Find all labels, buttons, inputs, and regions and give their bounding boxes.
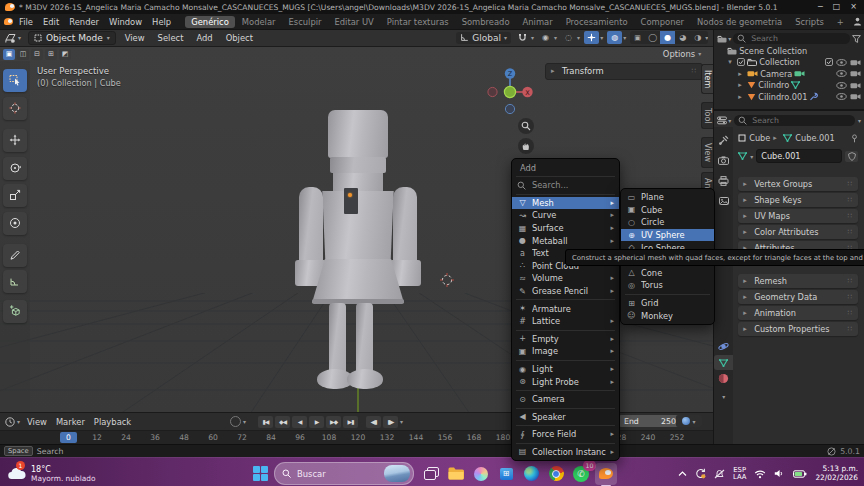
add-menu-item-volume[interactable]: ≈Volume▸ [512,272,619,285]
wifi-icon[interactable] [754,469,766,479]
mesh-item-torus[interactable]: ◎Torus [621,279,714,292]
menu-help[interactable]: Help [147,17,176,27]
outliner-item-label[interactable]: Camera [760,69,792,79]
playback-play-reverse[interactable]: ◀ [292,416,307,428]
properties-tab-physics[interactable] [714,339,733,354]
mesh-item-uv-sphere[interactable]: ⊕UV Sphere [621,229,714,242]
mesh-item-plane[interactable]: ▭Plane [621,191,714,204]
outliner-display-mode-dropdown[interactable]: ▾ [717,35,731,43]
show-gizmo-toggle[interactable] [584,31,599,44]
expander-icon[interactable]: ▾ [728,58,735,66]
restrict-camera-icon[interactable] [850,93,861,100]
playback-jump-start[interactable]: ▮◀ [258,416,273,428]
zoom-icon[interactable] [518,118,534,134]
workspace-tab-procesamiento[interactable]: Procesamiento [560,16,634,28]
panel-uv-maps[interactable]: ▸UV Maps∷ [738,209,858,223]
taskbar-app-store[interactable]: ⊞ [495,463,517,485]
tray-chevron-up-icon[interactable] [678,470,687,477]
shading-rendered[interactable]: ◑ [690,31,705,44]
panel-custom-properties[interactable]: ▸Custom Properties∷ [738,322,858,336]
mesh-item-cube[interactable]: ▣Cube [621,204,714,217]
battery-icon[interactable] [793,470,807,478]
panel-vertex-groups[interactable]: ▸Vertex Groups∷ [738,177,858,191]
add-menu-item-grease-pencil[interactable]: ✎Grease Pencil▸ [512,285,619,298]
taskbar-app-copilot[interactable] [470,463,492,485]
toggle-xray[interactable]: ▣ [630,31,645,44]
workspace-tab-editar-uv[interactable]: Editar UV [329,16,380,28]
expander-icon[interactable]: ▸ [743,277,750,285]
minimize-button[interactable]: ─ [818,0,823,14]
tool-select-box[interactable] [3,69,27,92]
add-menu-item-armature[interactable]: ✶Armature [512,302,619,315]
maximize-button[interactable]: □ [833,0,841,14]
tool-rotate[interactable] [3,157,27,180]
sidebar-tab-view[interactable]: View [701,137,713,168]
timeline-menu-marker[interactable]: Marker [56,417,85,427]
panel-remesh[interactable]: ▸Remesh∷ [738,274,858,288]
restrict-eye-icon[interactable] [836,59,847,66]
expander-icon[interactable]: ▸ [743,196,750,204]
tool-scale[interactable] [3,184,27,207]
proportional-editing-toggle[interactable]: ◉ [538,31,553,44]
add-menu-item-light-probe[interactable]: ⊛Light Probe▸ [512,375,619,388]
search-highlight-thumbnail[interactable] [384,465,410,482]
taskbar-search-input[interactable] [295,468,380,480]
playback-sync-dropdown[interactable]: ▾ [676,415,702,427]
outliner-search[interactable] [733,33,850,44]
add-menu-item-metaball[interactable]: ●Metaball▸ [512,234,619,247]
taskbar-app-blender[interactable] [595,463,617,485]
taskbar-app-task-view[interactable] [420,463,442,485]
outliner-item-label[interactable]: Collection [759,57,800,67]
taskbar-app-edge[interactable] [520,463,542,485]
panel-geometry-data[interactable]: ▸Geometry Data∷ [738,290,858,304]
close-button[interactable]: × [850,0,857,14]
fake-user-button[interactable] [845,151,858,162]
select-mode-set[interactable]: ▣ [3,49,15,60]
restrict-eye-icon[interactable] [836,70,847,77]
app-menu-icon[interactable] [4,18,13,25]
properties-tab-material[interactable] [714,371,733,386]
menu-edit[interactable]: Edit [38,17,64,27]
workspace-tab-scripts[interactable]: Scripts [789,16,830,28]
transform-panel-header[interactable]: ▸ Transform ∷ [545,63,703,80]
mesh-item-monkey[interactable]: ☺Monkey [621,309,714,322]
viewport-menu-add[interactable]: Add [194,33,214,43]
restrict-checkbox-icon[interactable] [825,58,833,66]
workspace-tab-sombreado[interactable]: Sombreado [456,16,516,28]
properties-tab-scroll-down[interactable]: ▾ [714,389,733,404]
outliner-search-input[interactable] [749,33,846,44]
add-menu-item-surface[interactable]: ▦Surface▸ [512,222,619,235]
workspace-tab-componer[interactable]: Componer [635,16,690,28]
cursor-3d[interactable] [440,273,454,287]
properties-editor-type-dropdown[interactable]: ▾ [717,116,731,125]
menu-window[interactable]: Window [104,17,147,27]
outliner-item-label[interactable]: Cilindro [758,80,789,90]
restrict-camera-icon[interactable] [850,82,861,89]
workspace-tab-gen-rico[interactable]: Genérico [185,16,235,28]
tool-measure[interactable] [3,270,27,293]
collection-checkbox[interactable] [737,58,745,66]
taskbar-search[interactable] [274,462,414,485]
expander-icon[interactable]: ▸ [738,70,745,78]
add-menu-item-force-field[interactable]: ∮Force Field▸ [512,428,619,441]
object-type-visibility-dropdown[interactable]: ◌ [561,31,576,44]
workspace-tab-[interactable]: + [831,16,850,28]
taskbar-app-whatsapp[interactable]: ✆10 [570,463,592,485]
outliner-row-cilindro[interactable]: ▸Cilindro [714,80,864,92]
shading-wireframe[interactable]: ◯ [645,31,660,44]
snap-toggle[interactable] [515,31,530,44]
sidebar-tab-item[interactable]: Item [701,64,713,94]
sidebar-tab-tool[interactable]: Tool [701,102,713,130]
tool-add-cube[interactable] [3,300,27,323]
breadcrumb-data[interactable]: Cube.001 [795,133,834,143]
start-button[interactable] [253,466,268,481]
panel-shape-keys[interactable]: ▸Shape Keys∷ [738,193,858,207]
timeline-menu-view[interactable]: View [27,417,47,427]
language-indicator[interactable]: ESPLAA [733,467,746,481]
properties-tab-tool[interactable] [714,133,733,148]
pan-hand-icon[interactable] [518,138,534,154]
shading-solid[interactable]: ● [660,31,675,44]
breadcrumb-object[interactable]: Cube [749,133,770,143]
add-menu-item-empty[interactable]: +Empty▸ [512,333,619,346]
add-menu-item-collection-instance[interactable]: ▤Collection Instance▸ [512,446,619,459]
